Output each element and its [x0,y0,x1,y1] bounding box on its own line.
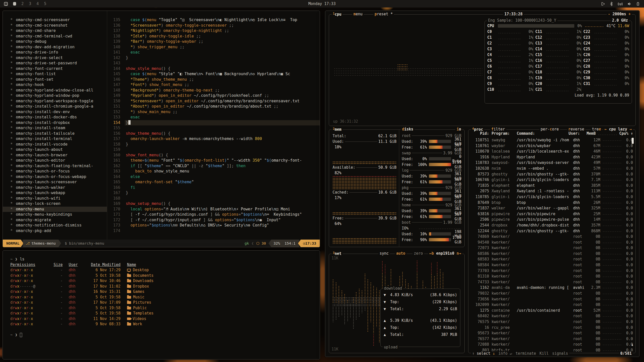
io-toggle[interactable]: io [455,127,462,131]
code-line[interactable] [125,125,320,131]
code-line[interactable]: fi [125,185,320,191]
code-line[interactable]: *Font*) show_font_menu ;; [125,82,320,88]
process-row[interactable]: 68586kworker/root0B0.0 [469,251,634,257]
code-line[interactable]: omarchy-font-set "$theme" [125,179,320,185]
proc-action-kill[interactable]: Kill [540,351,549,356]
cpu-box-title[interactable]: 1cpu [332,12,343,17]
file-item[interactable]: *omarchy-font-list [3,71,107,77]
process-row[interactable]: 72088kworker/root0B0.0 [469,342,634,347]
process-row[interactable]: 71837walker/usr/bin/walker --gappldhh325… [469,205,634,211]
process-row[interactable]: 1916HyprlandHyprlanddhh423M0.0 [469,154,634,160]
file-item[interactable]: *omarchy-launch-webapp [3,190,107,196]
process-row[interactable]: 803btrfs-trroot0B0.0 [469,347,634,351]
code-line[interactable]: back_to show_style_menu [125,169,320,174]
process-row[interactable]: 16rcu_preeroot0B0.0 [469,325,634,331]
process-row[interactable]: 2544dropbox/home/dhh/.dropbox-distdhh357… [469,222,634,228]
process-row[interactable]: 76575kworker/root0B0.0 [469,319,634,325]
code-line[interactable] [125,196,320,201]
code-line[interactable]: esac [125,115,320,120]
file-item[interactable]: *omarchy-launch-walker [3,185,107,191]
tree-toggle[interactable]: tree [591,127,602,131]
file-item[interactable]: *omarchy-debug [3,39,107,44]
code-line[interactable] [125,147,320,153]
code-line[interactable]: [ -f ~/.config/hypr/bindings.conf ] && o… [125,212,320,217]
file-item[interactable]: *omarchy-cmd-share [3,28,107,34]
file-item[interactable]: *omarchy-install-vscode [3,142,107,147]
file-item[interactable]: *omarchy-font-current [3,66,107,72]
file-item[interactable]: *omarchy-hook [3,82,107,88]
code-line[interactable]: *Theme*) show_theme_menu ;; [125,77,320,82]
process-row[interactable]: 106746glycin-i/usr/lib/glycin-loadersdhh… [469,177,634,183]
terminal-output[interactable]: ~❯lsPermissionsSizeUserDate ModifiedName… [3,251,320,338]
process-row[interactable]: 102099kworker/root0B0.0 [469,302,634,308]
file-item[interactable]: *omarchy-install-terminal [3,136,107,142]
file-item[interactable]: *omarchy-cmd-screensaver [3,17,107,23]
code-line[interactable]: [ -f ~/.config/hypr/input.conf ] && opti… [125,217,320,223]
proc-scrollbar[interactable] [632,138,634,144]
process-row[interactable]: 2506pipewire/usr/bin/pipewire-pulsedhh14… [469,217,634,222]
process-row[interactable]: 110670localsea/usr/lib/localsearch-exdhh… [469,149,634,154]
update-interval[interactable]: - 2000ms + [607,12,632,16]
file-item[interactable]: *omarchy-drive-select [3,55,107,61]
process-row[interactable]: 110785glycin-i/usr/lib/glycin-loadersdhh… [469,194,634,200]
file-item[interactable]: *omarchy-launch-or-focus [3,169,107,174]
file-item[interactable]: *omarchy-migrate [3,217,107,223]
file-item[interactable]: *omarchy-menu [3,207,107,212]
code-line[interactable]: *Bar*) omarchy-toggle-waybar ;; [125,39,320,44]
code-line[interactable]: *Hyprland*) open_in_editor ~/.config/hyp… [125,93,320,99]
scroll-down-icon[interactable]: ↓ [631,342,633,347]
code-line[interactable]: local options="♬ Audio\n≋ Wifi\nᛒ Blueto… [125,207,320,212]
code-line[interactable]: } [125,55,320,61]
code-line[interactable]: options="$options\n⊡ Defaults\n⌂ DNS\n✦ … [125,223,320,228]
proc-action-signals[interactable]: signals [552,351,568,356]
process-table[interactable]: 110751swaybg/usr/bin/swaybg -i /homdhh12… [469,137,634,351]
file-item[interactable]: *omarchy-install-docker-dbs [3,115,107,120]
process-row[interactable]: 2075XwaylandXwayland :1 -rootless -dhh11… [469,188,634,194]
process-row[interactable]: 87573ghostty/usr/bin/ghostty --gtk-dhh37… [469,171,634,177]
preset-button[interactable]: preset * [373,12,394,16]
disks-title[interactable]: disks [401,127,415,131]
file-item[interactable]: *omarchy-menu-keybindings [3,212,107,217]
file-item[interactable]: *omarchy-cmd-terminal-cwd [3,34,107,39]
code-line[interactable]: *) show_trigger_menu ;; [125,44,320,50]
process-row[interactable]: 12244ghostty/usr/bin/ghostty --gtk-dhh86… [469,228,634,234]
file-item[interactable]: *omarchy-launch-screensaver [3,179,107,185]
code-line[interactable]: } [125,120,320,126]
file-item[interactable]: *omarchy-dev-add-migration [3,44,107,50]
process-row[interactable]: 1275containe/usr/bin/containerdroot52M0.… [469,308,634,313]
process-row[interactable]: 87649btopbtopdhh26M0.0 [469,200,634,206]
code-line[interactable]: } [125,142,320,147]
file-item[interactable]: *omarchy-hyprland-window-close-all [3,88,107,93]
file-item[interactable]: *omarchy-hyprland-workspace-toggle [3,99,107,104]
code-line[interactable]: *Nightlight*) omarchy-toggle-nightlight … [125,28,320,34]
file-item[interactable]: *omarchy-install-dropbox [3,120,107,126]
proc-action-info[interactable]: info ↵ [498,351,512,356]
file-item[interactable]: *omarchy-hyprland-window-pop [3,93,107,99]
process-row[interactable]: 63816pipewire/usr/bin/pipewiredhh25M0.0 [469,211,634,217]
code-line[interactable]: show_font_menu() { [125,153,320,158]
code-line[interactable]: case $(menu "Toggle" "◫ Screensaver\n◐ N… [125,17,320,23]
file-item[interactable]: *omarchy-drive-set-password [3,61,107,66]
code-line[interactable]: *) show_main_menu ;; [125,109,320,115]
process-row[interactable]: 68584kworker/root0B0.0 [469,262,634,268]
process-row[interactable]: 74869kworker/root0B0.0 [469,234,634,240]
file-item[interactable]: *omarchy-install-chromium-google-a [3,104,107,109]
file-item[interactable]: *omarchy-pkg-add [3,228,107,234]
process-row[interactable]: 102638nvimnvim --embed .dhh57M0.0 [469,166,634,171]
file-item[interactable]: *omarchy-install-dev-env [3,109,107,115]
code-line[interactable]: esac [125,50,320,55]
sort-column-switch[interactable]: ← cpu lazy → [603,127,633,131]
process-row[interactable]: 94540kworker/root0B0.0 [469,240,634,245]
file-item[interactable]: *omarchy-launch-wifi [3,196,107,201]
file-item[interactable]: *omarchy-lock-screen [3,201,107,207]
file-item[interactable]: *omarchy-drive-info [3,50,107,55]
file-item[interactable]: *omarchy-launch-or-focus-webapp [3,174,107,180]
code-line[interactable]: show_theme_menu() { [125,131,320,137]
process-row[interactable]: 79032kworker/root0B0.0 [469,291,634,296]
editor-window[interactable]: *omarchy-cmd-screensaver*omarchy-cmd-scr… [3,11,320,247]
file-item[interactable]: *omarchy-install-tailscale [3,131,107,137]
file-item[interactable]: *omarchy-launch-about [3,147,107,153]
process-row[interactable]: 68583kworker/root0B0.0 [469,256,634,262]
process-row[interactable]: 73656kworker/root0B0.0 [469,296,634,302]
file-item[interactable]: *omarchy-launch-floating-terminal- [3,163,107,169]
